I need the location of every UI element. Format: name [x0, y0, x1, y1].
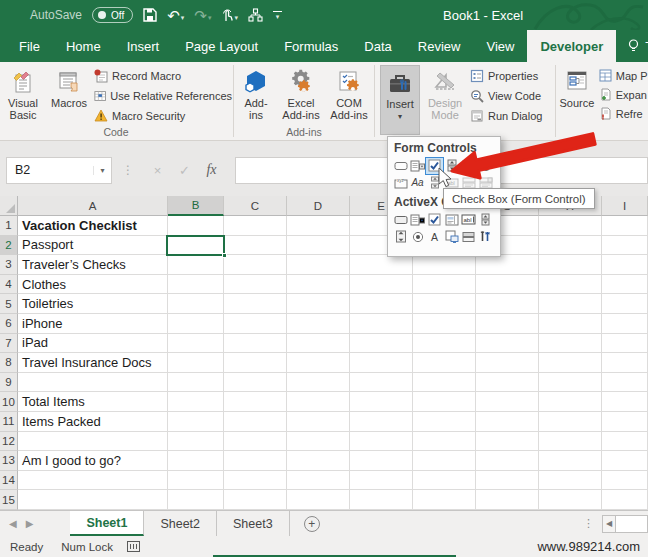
cell-E5[interactable] — [350, 294, 413, 314]
cell-E3[interactable] — [350, 255, 413, 275]
cell-A12[interactable] — [18, 432, 168, 452]
touch-mode-dropdown-icon[interactable]: ▾ — [234, 14, 238, 21]
cell-H10[interactable] — [539, 392, 602, 412]
cell-B4[interactable] — [168, 275, 224, 295]
cell-D9[interactable] — [287, 373, 350, 393]
row-header-9[interactable]: 9 — [0, 373, 18, 393]
column-header-C[interactable]: C — [224, 196, 287, 216]
tab-tell-me[interactable]: Tell m — [616, 30, 648, 62]
cell-H5[interactable] — [539, 294, 602, 314]
cell-G15[interactable] — [476, 490, 539, 510]
cell-F15[interactable] — [413, 490, 476, 510]
cell-E14[interactable] — [350, 471, 413, 491]
flowchart-button[interactable] — [248, 8, 263, 22]
cell-E6[interactable] — [350, 314, 413, 334]
cell-A4[interactable]: Clothes — [18, 275, 168, 295]
cell-A11[interactable]: Items Packed — [18, 412, 168, 432]
form-option-button-icon[interactable] — [477, 158, 494, 174]
form-scroll-bar-icon[interactable] — [426, 175, 443, 191]
customize-qat-button[interactable]: ▾ — [273, 11, 282, 20]
refresh-data-button[interactable]: Refre — [599, 107, 648, 120]
cell-H6[interactable] — [539, 314, 602, 334]
form-button-icon[interactable] — [392, 158, 409, 174]
cell-I9[interactable] — [602, 373, 648, 393]
row-header-4[interactable]: 4 — [0, 275, 18, 295]
cell-H8[interactable] — [539, 353, 602, 373]
cell-C3[interactable] — [224, 255, 287, 275]
new-sheet-button[interactable]: + — [304, 511, 320, 536]
form-group-box-icon[interactable]: xyz — [392, 175, 409, 191]
visual-basic-button[interactable]: Visual Basic — [0, 65, 46, 121]
cell-I4[interactable] — [602, 275, 648, 295]
use-relative-references-button[interactable]: Use Relative References — [94, 89, 232, 103]
cell-G13[interactable] — [476, 451, 539, 471]
cell-G5[interactable] — [476, 294, 539, 314]
macro-record-status-icon[interactable] — [127, 541, 140, 552]
tab-view[interactable]: View — [473, 30, 527, 62]
cell-B8[interactable] — [168, 353, 224, 373]
activex-combo-box-icon[interactable] — [409, 212, 426, 228]
cell-G7[interactable] — [476, 334, 539, 354]
cell-G10[interactable] — [476, 392, 539, 412]
cell-D7[interactable] — [287, 334, 350, 354]
tab-home[interactable]: Home — [53, 30, 114, 62]
insert-controls-button[interactable]: Insert ▾ — [380, 65, 420, 135]
cell-I11[interactable] — [602, 412, 648, 432]
cell-C15[interactable] — [224, 490, 287, 510]
row-header-8[interactable]: 8 — [0, 353, 18, 373]
com-add-ins-button[interactable]: COM Add-ins — [326, 65, 372, 121]
activex-image-icon[interactable] — [443, 229, 460, 245]
cell-H14[interactable] — [539, 471, 602, 491]
cell-B12[interactable] — [168, 432, 224, 452]
row-header-14[interactable]: 14 — [0, 471, 18, 491]
cell-C10[interactable] — [224, 392, 287, 412]
cell-D14[interactable] — [287, 471, 350, 491]
tab-data[interactable]: Data — [351, 30, 404, 62]
cell-G9[interactable] — [476, 373, 539, 393]
tab-bar-grip[interactable]: ⋮ — [583, 517, 594, 530]
undo-dropdown-icon[interactable]: ▾ — [181, 14, 185, 21]
activex-command-button-icon[interactable] — [392, 212, 409, 228]
cell-A1[interactable]: Vacation Checklist — [18, 216, 168, 236]
activex-option-button-icon[interactable] — [409, 229, 426, 245]
cell-D1[interactable] — [287, 216, 350, 236]
cell-G14[interactable] — [476, 471, 539, 491]
cell-E7[interactable] — [350, 334, 413, 354]
cell-D15[interactable] — [287, 490, 350, 510]
cell-A15[interactable] — [18, 490, 168, 510]
tab-review[interactable]: Review — [405, 30, 474, 62]
cell-I6[interactable] — [602, 314, 648, 334]
cell-H11[interactable] — [539, 412, 602, 432]
undo-button[interactable]: ↶▾ — [167, 8, 184, 23]
row-header-13[interactable]: 13 — [0, 451, 18, 471]
macro-security-button[interactable]: Macro Security — [94, 109, 232, 122]
cell-B13[interactable] — [168, 451, 224, 471]
cell-selection-b2[interactable] — [166, 235, 225, 256]
cell-A3[interactable]: Traveler’s Checks — [18, 255, 168, 275]
touch-mode-button[interactable]: ▾ — [221, 8, 238, 22]
column-header-B[interactable]: B — [168, 196, 224, 216]
cell-D12[interactable] — [287, 432, 350, 452]
expansion-packs-button[interactable]: Expan — [599, 88, 648, 101]
cell-B5[interactable] — [168, 294, 224, 314]
tab-formulas[interactable]: Formulas — [271, 30, 351, 62]
cell-B15[interactable] — [168, 490, 224, 510]
cell-F8[interactable] — [413, 353, 476, 373]
cell-A7[interactable]: iPad — [18, 334, 168, 354]
cell-I3[interactable] — [602, 255, 648, 275]
formula-bar-grip[interactable]: ⋮ — [122, 163, 134, 177]
cell-C2[interactable] — [224, 236, 287, 256]
cell-D6[interactable] — [287, 314, 350, 334]
save-button[interactable] — [143, 8, 157, 22]
design-mode-button[interactable]: Design Mode — [423, 65, 467, 121]
column-header-A[interactable]: A — [18, 196, 168, 216]
cell-F3[interactable] — [413, 255, 476, 275]
cell-C9[interactable] — [224, 373, 287, 393]
cell-G4[interactable] — [476, 275, 539, 295]
cell-B9[interactable] — [168, 373, 224, 393]
cell-D4[interactable] — [287, 275, 350, 295]
cell-C6[interactable] — [224, 314, 287, 334]
run-dialog-button[interactable]: Run Dialog — [470, 109, 554, 123]
cell-C12[interactable] — [224, 432, 287, 452]
cell-I2[interactable] — [602, 236, 648, 256]
